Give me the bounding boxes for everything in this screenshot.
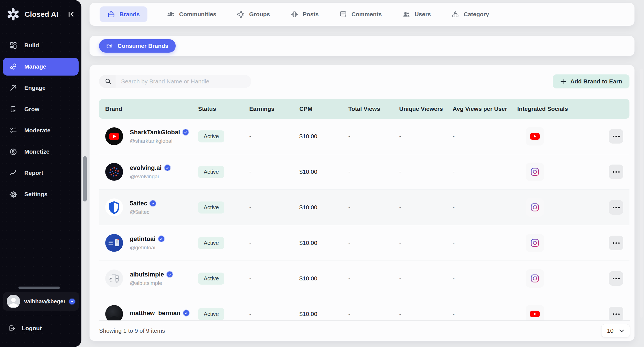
comments-icon [339,11,347,18]
page-scrollbar-thumb[interactable] [83,156,87,201]
table-row[interactable]: evolving.ai @evolvingai Active - $10.00 … [99,154,629,190]
status-badge: Active [198,166,224,178]
tab-posts[interactable]: Posts [290,11,320,18]
manage-icon [10,63,17,71]
row-actions-button[interactable] [609,236,623,250]
tab-communities[interactable]: Communities [166,11,217,18]
sidebar-item-build[interactable]: Build [3,36,79,54]
col-socials: Integrated Socials [517,105,609,112]
earnings-value: - [249,311,299,317]
table-toolbar: Add Brand to Earn [99,74,629,88]
brand-name: SharkTankGlobal [130,129,180,136]
tab-comments[interactable]: Comments [338,11,383,18]
sidebar-item-moderate[interactable]: Moderate [3,121,79,139]
verified-badge-icon [167,271,173,277]
instagram-icon [526,234,544,252]
brands-icon [107,11,115,18]
tab-groups[interactable]: Groups [236,11,271,18]
status-badge: Active [198,273,224,285]
user-account-card[interactable]: vaibhav@begenu... [3,292,79,311]
brand-handle: @sharktankglobal [130,138,189,144]
row-actions-button[interactable] [609,307,623,320]
cpm-value: $10.00 [299,133,348,140]
col-status: Status [198,105,249,112]
tab-brands[interactable]: Brands [100,6,147,22]
unique-viewers-value: - [399,204,453,211]
brand-avatar-evolving [105,163,123,181]
earnings-value: - [249,204,299,211]
plus-icon [560,78,566,85]
settings-icon [10,191,17,198]
main-content: Brands Communities Groups Pos [90,0,634,347]
total-views-value: - [348,240,399,246]
earnings-value: - [249,240,299,246]
page-size-select[interactable]: 10 [601,324,630,337]
chevron-down-icon [619,329,624,332]
verified-badge-icon [158,236,164,242]
earnings-value: - [249,168,299,175]
closed-ai-logo-icon [6,7,20,21]
avg-views-value: - [453,311,517,317]
cpm-value: $10.00 [299,168,348,175]
sidebar-item-engage[interactable]: Engage [3,79,79,97]
col-unique-viewers: Unique Viewers [399,105,453,112]
top-navigation: Brands Communities Groups Pos [90,3,634,26]
unique-viewers-value: - [399,133,453,140]
earnings-value: - [249,133,299,140]
table-row[interactable]: 5aitec @5aitec Active - $10.00 - - - [99,190,629,225]
brand-avatar-aibutsimple [105,269,123,287]
instagram-icon [526,269,544,288]
add-brand-button[interactable]: Add Brand to Earn [553,74,629,88]
page-scrollbar-track[interactable] [640,69,643,318]
row-actions-button[interactable] [609,129,623,144]
sidebar: Closed AI Build Manage Engage [0,0,81,347]
total-views-value: - [348,133,399,140]
brand-name: evolving.ai [130,164,162,172]
table-row[interactable]: aibutsimple @aibutsimple Active - $10.00… [99,261,629,296]
sidebar-header: Closed AI [0,0,81,21]
search-input[interactable] [116,78,251,85]
app-title: Closed AI [25,10,62,19]
unique-viewers-value: - [399,168,453,175]
verified-badge-icon [183,129,189,135]
total-views-value: - [348,275,399,282]
table-row[interactable]: getintoai @getintoai Active - $10.00 - -… [99,225,629,261]
unique-viewers-value: - [399,311,453,317]
tab-category[interactable]: Category [450,11,490,18]
col-total-views: Total Views [348,105,399,112]
user-email: vaibhav@begenu... [24,298,65,305]
sidebar-item-monetize[interactable]: Monetize [3,143,79,161]
col-avg-views: Avg Views per User [453,105,517,112]
sidebar-item-settings[interactable]: Settings [3,185,79,203]
groups-icon [237,11,245,18]
grow-icon [10,105,17,113]
avg-views-value: - [453,133,517,140]
sidebar-item-manage[interactable]: Manage [3,58,79,76]
user-avatar [7,295,20,308]
brand-handle: @5aitec [130,209,156,215]
sidebar-item-grow[interactable]: Grow [3,100,79,118]
tab-users[interactable]: Users [401,11,432,18]
brand-avatar-matthew [105,305,123,320]
table-row[interactable]: matthew_berman Active - $10.00 - - - [99,296,629,320]
row-actions-button[interactable] [609,165,623,179]
total-views-value: - [348,311,399,317]
table-row[interactable]: SharkTankGlobal @sharktankglobal Active … [99,119,629,154]
logout-button[interactable]: Logout [8,325,42,332]
brand-name: matthew_berman [130,310,180,317]
sidebar-collapse-icon[interactable] [67,10,75,18]
sidebar-scroll-handle[interactable] [18,287,60,289]
verified-badge-icon [164,165,170,171]
instagram-icon [526,198,544,217]
monetize-icon [10,148,17,156]
search-bar [99,75,251,88]
instagram-icon [526,163,544,181]
sidebar-item-report[interactable]: Report [3,164,79,182]
consumer-brands-button[interactable]: Consumer Brands [99,39,176,53]
table-body: SharkTankGlobal @sharktankglobal Active … [99,119,629,320]
cpm-value: $10.00 [299,275,348,282]
users-icon [403,11,410,18]
user-verified-badge-icon [69,299,75,304]
row-actions-button[interactable] [609,271,623,286]
row-actions-button[interactable] [609,200,623,215]
